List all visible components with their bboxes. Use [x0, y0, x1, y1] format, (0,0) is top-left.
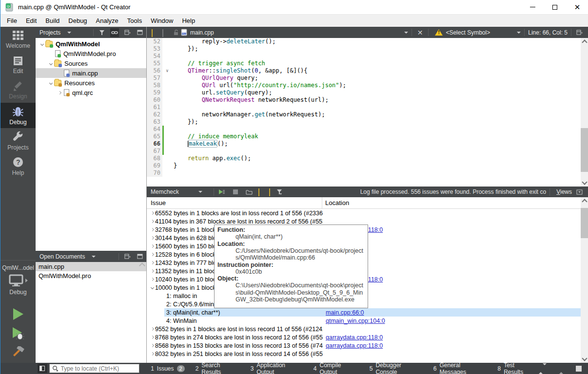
- open-file-dropdown[interactable]: C++ main.cpp: [181, 29, 214, 36]
- output-pane-tab-search-results[interactable]: 2Search Results: [191, 360, 244, 374]
- toggle-right-sidebar-button[interactable]: [576, 366, 582, 372]
- editor-scrollbar-thumb[interactable]: [581, 128, 588, 172]
- toolbar-overflow-arrow-icon[interactable]: [517, 32, 521, 34]
- output-pane-tab-application-output[interactable]: 3Application Output: [246, 360, 307, 374]
- issue-location-link[interactable]: qarraydata.cpp:118:0: [323, 342, 383, 349]
- output-pane-prev-next[interactable]: [539, 365, 547, 372]
- issue-row[interactable]: 65552 bytes in 1 blocks are lost in loss…: [147, 209, 581, 217]
- mode-tab-projects[interactable]: Projects: [0, 128, 36, 153]
- filter-issues-button[interactable]: [275, 187, 284, 196]
- issue-expander-icon[interactable]: [149, 262, 155, 264]
- split-editor-button[interactable]: +: [575, 28, 584, 37]
- output-pane-tab-general-messages[interactable]: 6General Messages: [429, 360, 491, 374]
- code-line-58[interactable]: 58 QUrl url("http://country.io/names.jso…: [147, 82, 581, 89]
- toggle-left-sidebar-button[interactable]: [38, 364, 47, 373]
- load-external-log-button[interactable]: [245, 187, 254, 196]
- code-line-55[interactable]: 55 // trigger async fetch: [147, 60, 581, 67]
- code-line-52[interactable]: 52 reply->deleteLater();: [147, 38, 581, 45]
- locator-input[interactable]: [61, 365, 134, 372]
- memcheck-scrollbar[interactable]: [581, 197, 588, 363]
- split-panel-button[interactable]: +: [123, 28, 132, 37]
- symbol-selector[interactable]: <Select Symbol>: [446, 29, 490, 36]
- split-panel-button[interactable]: +: [123, 252, 132, 261]
- close-sidebar-button[interactable]: [136, 28, 144, 37]
- code-line-57[interactable]: 57 QUrlQuery query;: [147, 75, 581, 82]
- code-line-65[interactable]: 65 // induce memoryleak: [147, 133, 581, 140]
- memcheck-scrollbar-thumb[interactable]: [581, 208, 588, 238]
- kit-selector[interactable]: QmlW...odel Debug: [0, 260, 36, 363]
- output-pane-tab-compile-output[interactable]: 4Compile Output: [309, 360, 363, 374]
- issue-row[interactable]: 3: qMain(int, char**)main.cpp:66:0: [147, 308, 581, 317]
- scroll-up-icon[interactable]: [139, 262, 145, 269]
- code-line-59[interactable]: 59 url.setQuery(query);: [147, 89, 581, 96]
- output-pane-tab-issues[interactable]: 1Issues2: [146, 364, 189, 374]
- close-document-button[interactable]: ✕: [415, 29, 425, 37]
- mode-tab-welcome[interactable]: Welcome: [0, 27, 36, 52]
- code-line-61[interactable]: 61: [147, 104, 581, 111]
- scroll-down-icon[interactable]: [582, 355, 587, 361]
- scroll-up-icon[interactable]: [582, 39, 587, 45]
- output-pane-tab-debugger-console[interactable]: 5Debugger Console: [365, 360, 427, 374]
- fold-marker-icon[interactable]: ∨: [164, 67, 171, 75]
- menu-item-file[interactable]: File: [2, 15, 21, 26]
- sync-with-editor-button[interactable]: [110, 28, 119, 37]
- issue-row[interactable]: 8568 bytes in 153 blocks are lost in los…: [147, 341, 581, 350]
- code-line-62[interactable]: 62 networkManager.get(networkRequest);: [147, 111, 581, 118]
- menu-item-help[interactable]: Help: [177, 15, 199, 26]
- views-dropdown-button[interactable]: [575, 187, 584, 196]
- issue-row[interactable]: 8032 bytes in 251 blocks are lost in los…: [147, 350, 581, 358]
- issue-expander-icon[interactable]: [149, 328, 155, 330]
- mode-tab-edit[interactable]: Edit: [0, 52, 36, 77]
- mode-tab-debug[interactable]: Debug: [0, 103, 36, 128]
- tree-item-qmlwithmodel-pro[interactable]: QmlWithModel.pro: [36, 49, 146, 58]
- code-line-67[interactable]: 67: [147, 148, 581, 155]
- tree-item-sources[interactable]: Sources: [36, 58, 146, 68]
- open-document-qmlwithmodel-pro[interactable]: QmlWithModel.pro: [36, 271, 146, 280]
- go-forward-button[interactable]: [162, 29, 163, 36]
- code-line-56[interactable]: 56∨ QTimer::singleShot(0, &app, [&](){: [147, 67, 581, 75]
- previous-issue-button[interactable]: [258, 188, 259, 195]
- file-dropdown-arrow-icon[interactable]: [404, 32, 408, 34]
- menu-item-tools[interactable]: Tools: [123, 15, 146, 26]
- issue-expander-icon[interactable]: [149, 344, 155, 347]
- tree-expander-icon[interactable]: [56, 92, 63, 94]
- tree-expander-icon[interactable]: [47, 62, 54, 65]
- mode-tab-design[interactable]: Design: [0, 77, 36, 103]
- issue-expander-icon[interactable]: [149, 286, 155, 289]
- code-line-63[interactable]: 63 });: [147, 118, 581, 126]
- open-documents-selector[interactable]: Open Documents: [39, 253, 96, 260]
- code-line-54[interactable]: 54: [147, 53, 581, 60]
- views-button[interactable]: Views: [556, 188, 572, 195]
- tree-item-qmlwithmodel[interactable]: QmlWithModel: [36, 39, 146, 49]
- stop-analyzer-button[interactable]: [231, 187, 240, 196]
- mode-tab-help[interactable]: ?Help: [0, 153, 36, 179]
- cursor-position-indicator[interactable]: Line: 66, Col: 5: [528, 29, 568, 36]
- issue-location-link[interactable]: qtmain_win.cpp:104:0: [323, 318, 385, 324]
- code-line-66[interactable]: 66 makeLeak();: [147, 140, 581, 148]
- build-button[interactable]: [0, 343, 36, 363]
- start-analyzer-button[interactable]: [217, 187, 226, 196]
- scroll-up-icon[interactable]: [582, 199, 587, 204]
- locator-field[interactable]: [49, 364, 140, 373]
- tree-expander-icon[interactable]: [47, 82, 54, 84]
- filter-button[interactable]: [98, 28, 106, 37]
- debug-run-button[interactable]: [0, 324, 36, 343]
- issue-expander-icon[interactable]: [149, 245, 155, 247]
- issue-expander-icon[interactable]: [149, 270, 155, 272]
- issue-expander-icon[interactable]: [149, 212, 155, 214]
- menu-item-window[interactable]: Window: [146, 15, 177, 26]
- output-pane-tab-test-results[interactable]: 8Test Results: [493, 360, 539, 374]
- issue-expander-icon[interactable]: [149, 220, 155, 223]
- issue-expander-icon[interactable]: [149, 336, 155, 338]
- issue-expander-icon[interactable]: [149, 353, 155, 355]
- menu-item-edit[interactable]: Edit: [21, 15, 41, 26]
- close-button[interactable]: ✕: [566, 0, 588, 15]
- next-issue-button[interactable]: [269, 188, 270, 195]
- code-editor[interactable]: 52 reply->deleteLater();53 });5455 // tr…: [147, 38, 581, 187]
- issue-location-link[interactable]: qarraydata.cpp:118:0: [323, 334, 383, 341]
- scroll-down-icon[interactable]: [582, 179, 587, 185]
- code-line-69[interactable]: 69}: [147, 162, 581, 169]
- go-back-button[interactable]: [152, 29, 153, 36]
- editor-scrollbar[interactable]: [581, 38, 588, 187]
- projects-panel-selector[interactable]: Projects: [39, 29, 71, 36]
